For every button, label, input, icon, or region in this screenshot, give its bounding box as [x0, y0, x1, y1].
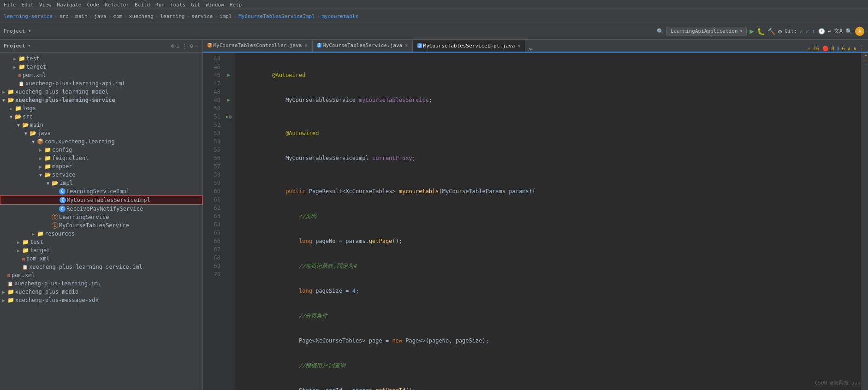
- run-icon-51[interactable]: ▶: [226, 112, 228, 121]
- tree-label-pom-service: pom.xml: [26, 255, 50, 262]
- debug-button[interactable]: 🐛: [757, 28, 765, 35]
- tree-item-media[interactable]: ▶ 📁 xuecheng-plus-media: [0, 288, 202, 296]
- tree-item-mycoursetablesservice[interactable]: ▶ I MyCourseTablesService: [0, 221, 202, 230]
- breadcrumb-xuecheng[interactable]: xuecheng: [129, 13, 154, 19]
- breadcrumb-mycouretabls[interactable]: mycouretabls: [321, 13, 358, 19]
- nav-up[interactable]: ∧: [848, 46, 851, 52]
- breadcrumb-learning-service[interactable]: learning-service: [4, 13, 53, 19]
- menu-git[interactable]: Git: [191, 2, 200, 8]
- tab-close-serviceimpl[interactable]: ×: [517, 43, 520, 48]
- gutter-60: [223, 187, 234, 195]
- tree-item-target2[interactable]: ▶ 📁 target: [0, 246, 202, 254]
- tree-label-service-root: xuecheng-plus-learning-service: [15, 97, 115, 103]
- breadcrumb-main[interactable]: main: [75, 13, 88, 19]
- menu-tools[interactable]: Tools: [170, 2, 185, 8]
- tree-item-service[interactable]: ▼ 📂 service: [0, 171, 202, 179]
- menu-window[interactable]: Window: [206, 2, 224, 8]
- git-label: Git:: [785, 28, 797, 34]
- menu-navigate[interactable]: Navigate: [57, 2, 82, 8]
- search-everywhere[interactable]: 🔍: [845, 28, 852, 35]
- tree-item-root-pom[interactable]: ▶ m pom.xml: [0, 271, 202, 279]
- folder-icon-target2: 📁: [22, 247, 29, 254]
- gutter-47: [223, 79, 234, 88]
- menu-build[interactable]: Build: [135, 2, 150, 8]
- tree-item-src[interactable]: ▼ 📂 src: [0, 112, 202, 121]
- gutter-67: [223, 245, 234, 254]
- tree-item-main[interactable]: ▼ 📂 main: [0, 121, 202, 129]
- toolbar-search-icon[interactable]: 🔍: [657, 28, 664, 35]
- tree-item-pom-xml-api[interactable]: ▶ m pom.xml: [0, 71, 202, 79]
- tree-arrow-mapper: ▶: [37, 164, 44, 169]
- project-dropdown-arrow[interactable]: ▾: [28, 43, 31, 49]
- tab-mycoursetablescontroller[interactable]: J MyCourseTablesController.java ×: [203, 40, 313, 52]
- panel-icon-gear[interactable]: ⚙: [190, 42, 193, 49]
- menu-code[interactable]: Code: [87, 2, 99, 8]
- tree-item-mapper[interactable]: ▶ 📁 mapper: [0, 162, 202, 171]
- tree-item-receivepaynotify[interactable]: ▶ C ReceivePayNotifyService: [0, 205, 202, 213]
- translate-button[interactable]: 文A: [834, 27, 843, 35]
- tree-item-learningservice[interactable]: ▶ I LearningService: [0, 213, 202, 221]
- tree-item-impl[interactable]: ▼ 📂 impl: [0, 179, 202, 187]
- tab-mycoursetablesservice[interactable]: J MyCourseTablesService.java ×: [313, 40, 413, 52]
- code-editor[interactable]: @Autowired MyCourseTablesService myCours…: [235, 53, 862, 390]
- breadcrumb-impl[interactable]: impl: [220, 13, 232, 19]
- menu-run[interactable]: Run: [155, 2, 165, 8]
- git-time[interactable]: 🕐: [818, 28, 825, 35]
- tab-close-controller[interactable]: ×: [304, 43, 307, 48]
- git-arrow[interactable]: ↑: [812, 28, 815, 35]
- menu-edit[interactable]: Edit: [22, 2, 34, 8]
- folder-icon-test2: 📁: [22, 239, 29, 245]
- breadcrumb-java[interactable]: java: [94, 13, 107, 19]
- tree-item-resources[interactable]: ▶ 📁 resources: [0, 230, 202, 238]
- panel-icon-locate[interactable]: ⊕: [171, 42, 175, 49]
- tree-label-java: java: [37, 130, 51, 136]
- tree-item-test[interactable]: ▶ 📁 test: [0, 54, 202, 63]
- tree-item-iml-service[interactable]: ▶ 📋 xuecheng-plus-learning-service.iml: [0, 263, 202, 271]
- settings-button[interactable]: ⚙: [778, 28, 782, 35]
- tree-item-target[interactable]: ▶ 📁 target: [0, 63, 202, 71]
- breadcrumb-com[interactable]: com: [113, 13, 122, 19]
- menu-help[interactable]: Help: [230, 2, 242, 8]
- build-button[interactable]: 🔨: [767, 28, 775, 35]
- run-config-selector[interactable]: LearningApiApplication ▾: [666, 27, 747, 35]
- tree-arrow-feignclient: ▶: [37, 156, 44, 161]
- menu-refactor[interactable]: Refactor: [105, 2, 129, 8]
- code-line-45: @Autowired: [239, 63, 858, 88]
- tree-item-java[interactable]: ▼ 📂 java: [0, 129, 202, 137]
- gutter-49: ▶: [223, 96, 234, 104]
- git-undo[interactable]: ↩: [828, 28, 831, 35]
- tree-item-root-iml[interactable]: ▶ 📋 xuecheng-plus-learning.iml: [0, 279, 202, 288]
- tree-item-config[interactable]: ▶ 📁 config: [0, 146, 202, 154]
- tree-item-package[interactable]: ▼ 📦 com.xuecheng.learning: [0, 137, 202, 146]
- code-line-56: //分页条件: [239, 303, 858, 328]
- tree-item-message-sdk[interactable]: ▶ 📁 xuecheng-plus-message-sdk: [0, 296, 202, 304]
- tree-item-feignclient[interactable]: ▶ 📁 feignclient: [0, 154, 202, 162]
- folder-icon-impl: 📂: [52, 180, 59, 186]
- tab-scroll-right[interactable]: ≫: [525, 47, 535, 52]
- tree-item-model[interactable]: ▶ 📁 xuecheng-plus-learning-model: [0, 88, 202, 96]
- tree-item-service-root[interactable]: ▼ 📂 xuecheng-plus-learning-service: [0, 96, 202, 104]
- tree-item-pom-service[interactable]: ▶ m pom.xml: [0, 254, 202, 263]
- breadcrumb-mycoursetablesserviceimpl[interactable]: MyCourseTablesServiceImpl: [238, 13, 315, 19]
- breadcrumb-src[interactable]: src: [59, 13, 69, 19]
- folder-icon-message-sdk: 📁: [7, 297, 14, 303]
- tree-item-mycoursetablesserviceimpl[interactable]: ▶ C MyCourseTablesServiceImpl: [0, 195, 202, 205]
- tree-item-test2[interactable]: ▶ 📁 test: [0, 238, 202, 246]
- avatar: A: [855, 27, 864, 36]
- breadcrumb-service[interactable]: service: [191, 13, 213, 19]
- panel-icon-minimize[interactable]: −: [195, 42, 199, 49]
- panel-icon-collapse[interactable]: ≡: [177, 42, 180, 49]
- menu-view[interactable]: View: [39, 2, 52, 8]
- tree-item-iml-api[interactable]: ▶ 📋 xuecheng-plus-learning-api.iml: [0, 79, 202, 88]
- menu-file[interactable]: File: [4, 2, 16, 8]
- tab-options[interactable]: ⋮: [859, 46, 864, 52]
- panel-icon-dots[interactable]: ⋮: [182, 42, 188, 49]
- tab-mycoursetablesserviceimpl[interactable]: J MyCourseTablesServiceImpl.java ×: [413, 40, 525, 52]
- breadcrumb-learning[interactable]: learning: [160, 13, 184, 19]
- tab-close-service-iface[interactable]: ×: [405, 43, 408, 48]
- run-button[interactable]: ▶: [749, 27, 754, 35]
- tree-item-logs[interactable]: ▶ 📁 logs: [0, 104, 202, 112]
- tree-item-learningserviceimpl[interactable]: ▶ C LearningServiceImpl: [0, 187, 202, 195]
- nav-down[interactable]: ∨: [853, 46, 856, 52]
- toolbar: Project ▾ 🔍 LearningApiApplication ▾ ▶ 🐛…: [0, 23, 868, 40]
